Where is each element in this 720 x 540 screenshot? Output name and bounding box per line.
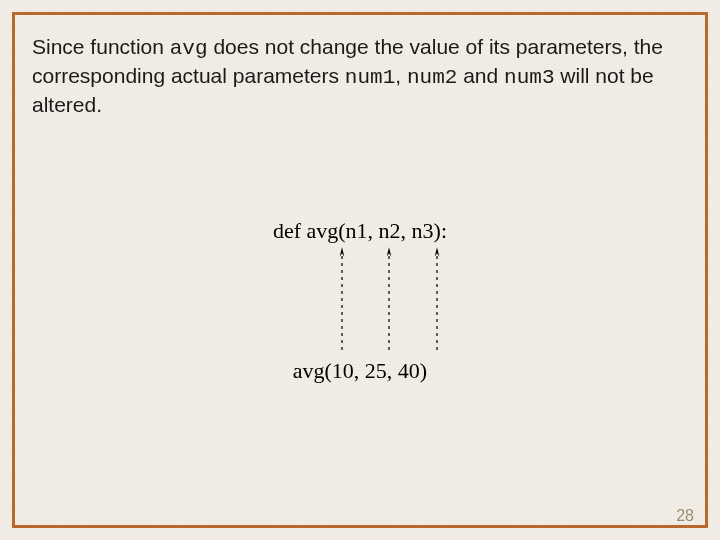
text-segment: and	[457, 64, 504, 87]
code-fn-name: avg	[170, 37, 208, 60]
text-segment: Since function	[32, 35, 170, 58]
code-param-3: num3	[504, 66, 554, 89]
figure-avg-mapping: def avg(n1, n2, n3): avg(10, 25, 40)	[185, 210, 535, 385]
code-def-line: def avg(n1, n2, n3):	[185, 218, 535, 244]
page-number: 28	[676, 507, 694, 525]
code-param-1: num1	[345, 66, 395, 89]
text-segment: ,	[395, 64, 407, 87]
code-param-2: num2	[407, 66, 457, 89]
code-call-line: avg(10, 25, 40)	[185, 358, 535, 384]
body-paragraph: Since function avg does not change the v…	[32, 34, 680, 119]
